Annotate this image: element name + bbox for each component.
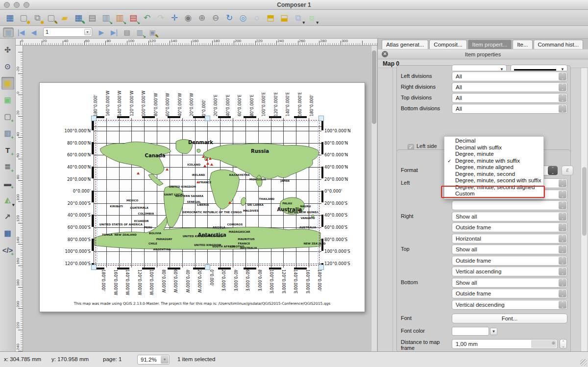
save-project-icon[interactable]: ▦ <box>4 12 16 24</box>
resize-handle[interactable] <box>205 265 210 270</box>
chevron-down-icon[interactable]: ▾ <box>161 356 169 364</box>
coordinate-side-combo[interactable]: Show all⌃⌄ <box>452 212 567 221</box>
coordinate-side-combo[interactable]: ⌃⌄ <box>452 200 567 210</box>
print-atlas-icon[interactable]: ▤ <box>122 27 132 37</box>
stepper-icon[interactable]: ⌃⌄ <box>559 223 566 231</box>
unlock-items-icon[interactable]: ⬓ <box>278 12 290 24</box>
print-icon[interactable]: ▤ <box>86 12 98 24</box>
add-shape-icon[interactable]: ◭▾ <box>1 194 14 206</box>
export-svg-icon[interactable]: ▥↘ <box>114 12 125 24</box>
format-menu-item[interactable]: Degree, minute, second with suffix <box>444 177 543 184</box>
add-html-icon[interactable]: </>＋ <box>1 244 14 256</box>
redo-icon[interactable]: ↷ <box>155 12 167 24</box>
composition-canvas[interactable]: 180°0.000'160°0.000'W140°0.000'W120°0.00… <box>23 46 377 351</box>
format-combo-stepper-icon[interactable]: ⌃⌄ <box>548 166 558 175</box>
atlas-settings-icon[interactable]: ▣✎ <box>147 27 158 37</box>
duplicate-composition-icon[interactable]: ⧉✱ <box>31 12 43 24</box>
division-combo[interactable]: All⌃⌄ <box>452 93 567 103</box>
tab-atlas-generation[interactable]: Atlas generat... <box>382 40 428 49</box>
resize-handle[interactable] <box>205 116 210 121</box>
stepper-icon[interactable]: ⌃⌄ <box>559 257 566 265</box>
stepper-icon[interactable]: ⌃⌄ <box>559 301 566 309</box>
coordinate-side-combo[interactable]: Outside frame⌃⌄ <box>452 222 567 232</box>
tab-items[interactable]: Ite... <box>513 40 532 49</box>
zoom-out-icon[interactable]: ⊖ <box>210 12 221 24</box>
clear-icon[interactable]: ⊗ <box>551 341 555 345</box>
tab-composition[interactable]: Composit... <box>429 40 466 49</box>
export-atlas-icon[interactable]: ▥↘ <box>134 27 145 37</box>
format-menu-item[interactable]: Decimal <box>444 138 543 145</box>
map-item[interactable]: CanadaDenmarkRussiaAustraliaAntarctica I… <box>94 118 321 268</box>
tab-command-history[interactable]: Command hist... <box>534 40 584 49</box>
canvas-scrollbar[interactable] <box>371 46 377 351</box>
stepper-icon[interactable]: ⌃⌄ <box>559 290 566 297</box>
font-color-well[interactable] <box>452 327 489 336</box>
coordinate-side-combo[interactable]: Horizontal⌃⌄ <box>452 234 567 244</box>
zoom-in-icon[interactable]: ⊕ <box>196 12 208 24</box>
stepper-icon[interactable]: ⌃⌄ <box>559 201 566 209</box>
coordinate-side-combo[interactable]: Vertical ascending⌃⌄ <box>452 267 567 276</box>
tab-item-properties[interactable]: Item propert... <box>468 40 512 49</box>
distance-field[interactable]: 1,00 mm⊗ <box>452 339 558 349</box>
format-menu-item[interactable]: Degree, minute aligned <box>444 164 543 171</box>
align-items-icon[interactable]: ⧈▾ <box>306 12 318 24</box>
deselect-all-icon[interactable]: ◌ <box>251 12 263 24</box>
stepper-icon[interactable]: ⌃⌄ <box>559 279 566 287</box>
frame-style-combo[interactable]: ▼ <box>452 65 507 71</box>
format-menu-item[interactable]: Decimal with suffix <box>444 145 543 151</box>
stepper-icon[interactable]: ⌃⌄ <box>559 179 566 187</box>
format-menu-item[interactable]: Degree, minute, second <box>444 171 543 178</box>
zoom-level-combo[interactable]: 91.2% ▾ <box>137 355 170 365</box>
stepper-icon[interactable]: ⌃⌄ <box>559 105 566 113</box>
atlas-last-feature-icon[interactable]: ▶| <box>109 27 120 37</box>
coordinate-side-combo[interactable]: Outside frame⌃⌄ <box>452 256 567 266</box>
select-move-item-tool-icon[interactable]: ▣ <box>1 77 14 90</box>
export-pdf-icon[interactable]: ▤↘ <box>127 12 139 24</box>
add-scalebar-icon[interactable]: ▬＋ <box>1 177 14 190</box>
panel-scrollbar-thumb[interactable] <box>582 167 587 236</box>
raise-items-icon[interactable]: ⧉▾ <box>292 12 304 24</box>
panel-scrollbar[interactable] <box>581 68 587 351</box>
coordinate-side-combo[interactable]: Show all⌃⌄ <box>452 278 567 288</box>
coordinate-side-combo[interactable]: Vertical descending⌃⌄ <box>452 300 567 310</box>
move-item-content-tool-icon[interactable]: ▣ <box>1 94 14 106</box>
add-map-icon[interactable]: ▢＋ <box>1 110 14 123</box>
stepper-icon[interactable]: ⌃⌄ <box>559 245 566 253</box>
division-combo[interactable]: All⌃⌄ <box>452 104 567 114</box>
stepper-icon[interactable]: ⌃⌄ <box>559 268 566 275</box>
export-image-icon[interactable]: ▥↘ <box>100 12 112 24</box>
stepper-icon[interactable]: ⌃⌄ <box>559 83 566 91</box>
data-defined-override-button[interactable]: ε <box>562 166 573 175</box>
add-image-icon[interactable]: ▥＋ <box>1 127 14 140</box>
new-composition-icon[interactable]: ▢✱ <box>18 12 29 24</box>
pan-tool-icon[interactable]: ✣ <box>1 44 14 56</box>
add-legend-icon[interactable]: ≣＋ <box>1 160 14 173</box>
select-move-item-icon[interactable]: ◎ <box>237 12 249 24</box>
font-button[interactable]: Font... <box>452 314 567 323</box>
stepper-icon[interactable]: ⌃⌄ <box>560 339 567 349</box>
chevron-down-icon[interactable]: ▾ <box>84 29 91 35</box>
stepper-icon[interactable]: ⌃⌄ <box>559 213 566 220</box>
format-menu-item[interactable]: Degree, minute <box>444 151 543 158</box>
composition-manager-icon[interactable]: ▢✎ <box>45 12 57 24</box>
stepper-icon[interactable]: ⌃⌄ <box>559 235 566 243</box>
refresh-view-icon[interactable]: ↻ <box>223 12 235 24</box>
stepper-icon[interactable]: ⌃⌄ <box>559 73 566 80</box>
resize-handle[interactable] <box>91 265 97 270</box>
open-composition-icon[interactable]: ▰ <box>59 12 71 24</box>
add-arrow-icon[interactable]: ↗ <box>1 210 14 223</box>
resize-grip[interactable] <box>580 359 587 366</box>
lock-items-icon[interactable]: ⬒ <box>265 12 276 24</box>
stepper-icon[interactable]: ⌃⌄ <box>559 191 566 198</box>
format-menu-item[interactable]: ✓Degree, minute with suffix <box>444 158 543 165</box>
zoom-one-to-one-icon[interactable]: ◉ <box>182 12 194 24</box>
save-as-icon[interactable]: ▦✎ <box>73 12 84 24</box>
resize-handle[interactable] <box>318 116 324 121</box>
atlas-preview-icon[interactable]: ▦ <box>3 27 14 37</box>
resize-handle[interactable] <box>91 116 97 121</box>
line-style-combo[interactable]: ▼ <box>511 65 567 71</box>
zoom-tool-icon[interactable]: ⊙ <box>1 60 14 73</box>
undo-icon[interactable]: ↶ <box>141 12 153 24</box>
atlas-prev-feature-icon[interactable]: ◀ <box>28 27 39 37</box>
resize-handle[interactable] <box>318 265 324 270</box>
